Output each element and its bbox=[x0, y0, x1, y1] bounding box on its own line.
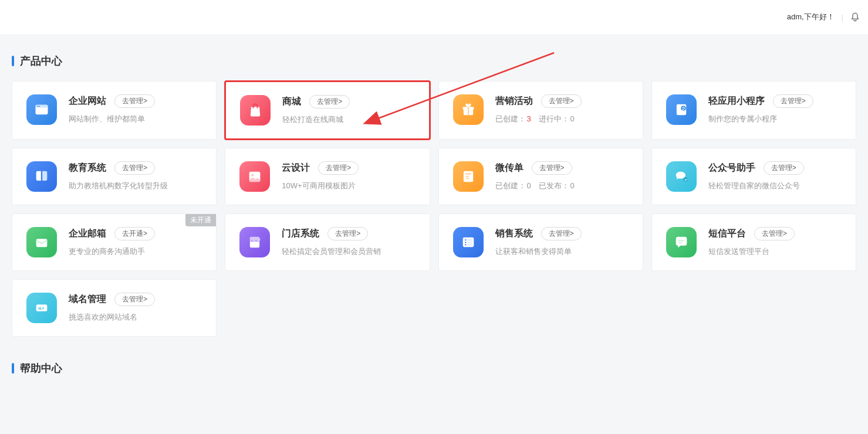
card-desc: 助力教培机构数字化转型升级 bbox=[69, 181, 202, 191]
section-title: 产品中心 bbox=[20, 54, 62, 68]
section-title: 帮助中心 bbox=[20, 361, 62, 375]
svg-rect-15 bbox=[465, 176, 469, 177]
card-domain: w.= 域名管理去管理> 挑选喜欢的网站域名 bbox=[12, 279, 217, 337]
svg-point-5 bbox=[39, 106, 40, 107]
svg-point-10 bbox=[681, 106, 685, 111]
card-desc: 挑选喜欢的网站域名 bbox=[69, 312, 202, 323]
card-cloud-design: 云设计去管理> 10W+可商用模板图片 bbox=[225, 148, 430, 205]
card-title: 企业网站 bbox=[69, 95, 106, 107]
message-icon bbox=[666, 227, 697, 257]
svg-rect-21 bbox=[467, 239, 472, 240]
topbar: adm,下午好！ | bbox=[0, 0, 868, 34]
card-desc: 轻松打造在线商城 bbox=[282, 114, 414, 125]
card-education: 教育系统去管理> 助力教培机构数字化转型升级 bbox=[12, 148, 217, 205]
manage-button[interactable]: 去管理> bbox=[114, 161, 155, 175]
card-desc: 短信发送管理平台 bbox=[708, 246, 842, 257]
flyer-icon bbox=[453, 161, 484, 192]
manage-button[interactable]: 去管理> bbox=[114, 293, 155, 306]
svg-rect-22 bbox=[465, 242, 466, 243]
card-marketing: 营销活动去管理> 已创建：3 进行中：0 bbox=[438, 81, 643, 140]
card-desc: 轻松搞定会员管理和会员营销 bbox=[282, 246, 415, 257]
card-flyer: 微传单去管理> 已创建：0 已发布：0 bbox=[438, 148, 643, 205]
website-icon bbox=[26, 94, 57, 125]
book-icon bbox=[26, 161, 57, 192]
card-title: 轻应用小程序 bbox=[708, 95, 765, 107]
card-title: 门店系统 bbox=[282, 228, 319, 240]
card-desc: 更专业的商务沟通助手 bbox=[69, 246, 202, 257]
svg-rect-20 bbox=[465, 239, 466, 240]
card-title: 微传单 bbox=[495, 162, 523, 174]
manage-button[interactable]: 去管理> bbox=[327, 227, 368, 240]
section-header-product: 产品中心 bbox=[12, 54, 856, 68]
manage-button[interactable]: 去管理> bbox=[318, 161, 359, 175]
card-sales-system: 销售系统去管理> 让获客和销售变得简单 bbox=[438, 213, 643, 271]
card-desc: 网站制作、维护都简单 bbox=[69, 114, 202, 124]
card-title: 云设计 bbox=[282, 162, 310, 174]
section-bar-icon bbox=[12, 56, 14, 66]
manage-button[interactable]: 去管理> bbox=[114, 94, 155, 108]
section-bar-icon bbox=[12, 363, 14, 374]
page: 产品中心 企业网站去管理> 网站制作、维护都简单 商城去管理> 轻松打造在线商城 bbox=[0, 34, 868, 400]
store-icon bbox=[239, 227, 270, 257]
manage-button[interactable]: 去管理> bbox=[532, 161, 572, 175]
card-desc: 制作您的专属小程序 bbox=[708, 114, 842, 124]
svg-point-12 bbox=[252, 174, 254, 177]
open-button[interactable]: 去开通> bbox=[114, 227, 155, 240]
svg-rect-27 bbox=[678, 242, 682, 243]
card-desc: 让获客和销售变得简单 bbox=[495, 246, 629, 257]
svg-rect-25 bbox=[467, 245, 472, 246]
card-title: 短信平台 bbox=[708, 228, 746, 240]
card-title: 销售系统 bbox=[495, 228, 533, 240]
card-mall: 商城去管理> 轻松打造在线商城 bbox=[225, 81, 430, 140]
svg-rect-8 bbox=[467, 107, 468, 115]
svg-rect-24 bbox=[465, 245, 466, 246]
svg-rect-14 bbox=[465, 173, 471, 174]
card-stats: 已创建：0 已发布：0 bbox=[495, 181, 629, 191]
notification-icon[interactable] bbox=[850, 12, 860, 22]
card-wechat-helper: 公众号助手去管理> 轻松管理自家的微信公众号 bbox=[651, 148, 856, 205]
manage-button[interactable]: 去管理> bbox=[309, 95, 350, 108]
card-store-system: 门店系统去管理> 轻松搞定会员管理和会员营销 bbox=[225, 213, 430, 271]
svg-point-4 bbox=[37, 106, 38, 107]
list-icon bbox=[453, 227, 484, 257]
svg-text:w.=: w.= bbox=[38, 306, 45, 310]
section-header-help: 帮助中心 bbox=[12, 361, 856, 375]
card-title: 公众号助手 bbox=[708, 162, 755, 174]
divider: | bbox=[842, 13, 843, 22]
user-greeting: adm,下午好！ bbox=[787, 12, 835, 22]
status-badge: 未开通 bbox=[185, 214, 216, 226]
card-desc: 轻松管理自家的微信公众号 bbox=[708, 181, 842, 191]
gift-icon bbox=[453, 94, 484, 125]
card-title: 域名管理 bbox=[69, 293, 106, 306]
card-title: 商城 bbox=[282, 96, 301, 108]
domain-icon: w.= bbox=[26, 293, 57, 323]
card-sms: 短信平台去管理> 短信发送管理平台 bbox=[651, 213, 856, 271]
svg-rect-26 bbox=[678, 240, 684, 242]
manage-button[interactable]: 去管理> bbox=[773, 94, 813, 108]
manage-button[interactable]: 去管理> bbox=[541, 227, 582, 240]
svg-rect-16 bbox=[465, 178, 469, 179]
shopping-bag-icon bbox=[240, 95, 271, 126]
svg-rect-23 bbox=[467, 242, 472, 243]
card-title: 教育系统 bbox=[69, 162, 106, 174]
card-miniprogram: 轻应用小程序去管理> 制作您的专属小程序 bbox=[651, 81, 856, 140]
miniprogram-icon bbox=[666, 94, 697, 125]
manage-button[interactable]: 去管理> bbox=[764, 161, 804, 175]
wechat-icon bbox=[666, 161, 697, 192]
card-title: 企业邮箱 bbox=[69, 228, 106, 240]
manage-button[interactable]: 去管理> bbox=[541, 94, 582, 108]
card-email: 未开通 企业邮箱去开通> 更专业的商务沟通助手 bbox=[12, 213, 217, 271]
card-stats: 已创建：3 进行中：0 bbox=[495, 114, 629, 124]
image-icon bbox=[239, 161, 270, 192]
mail-icon bbox=[26, 227, 57, 257]
card-title: 营销活动 bbox=[495, 95, 533, 107]
card-enterprise-website: 企业网站去管理> 网站制作、维护都简单 bbox=[12, 81, 217, 140]
product-grid: 企业网站去管理> 网站制作、维护都简单 商城去管理> 轻松打造在线商城 营销活动… bbox=[12, 81, 856, 337]
card-desc: 10W+可商用模板图片 bbox=[282, 181, 415, 191]
svg-rect-18 bbox=[36, 239, 48, 247]
manage-button[interactable]: 去管理> bbox=[754, 227, 795, 240]
